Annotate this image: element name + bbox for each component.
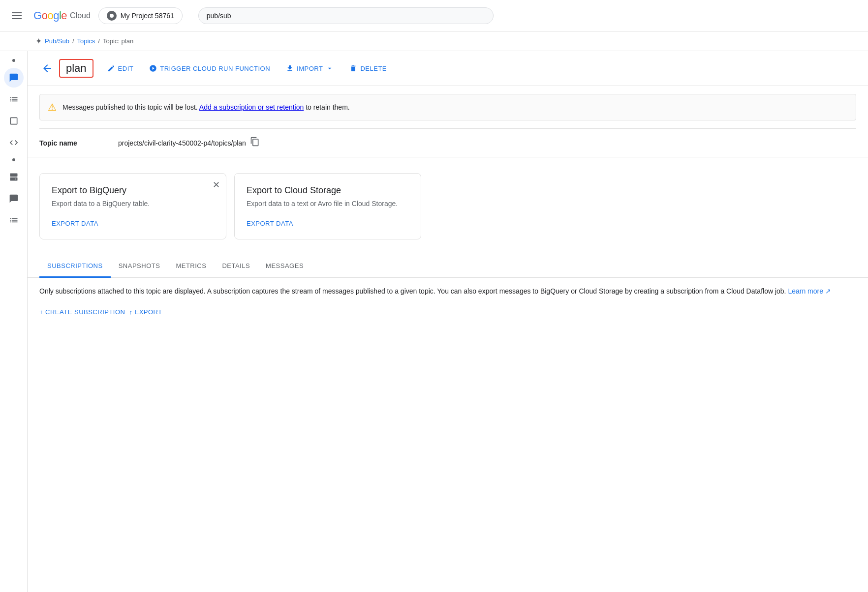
action-bar: plan EDIT TRIGGER CLOUD RUN FUNCTION IMP…	[28, 51, 868, 86]
top-header: Google Cloud My Project 58761	[0, 0, 868, 31]
breadcrumb-topics[interactable]: Topics	[77, 37, 95, 45]
export-card-cloud-storage-title: Export to Cloud Storage	[247, 185, 409, 196]
export-card-bigquery: ✕ Export to BigQuery Export data to a Bi…	[39, 173, 226, 239]
sidebar	[0, 51, 28, 592]
sidebar-item-code[interactable]	[4, 133, 24, 152]
create-subscription-button[interactable]: + CREATE SUBSCRIPTION	[39, 304, 125, 320]
back-button[interactable]	[39, 60, 55, 76]
export-card-cloud-storage: Export to Cloud Storage Export data to a…	[234, 173, 421, 239]
sidebar-dot-2	[12, 158, 15, 161]
main-content: plan EDIT TRIGGER CLOUD RUN FUNCTION IMP…	[28, 51, 868, 592]
topic-info-label: Topic name	[39, 139, 118, 147]
export-cards: ✕ Export to BigQuery Export data to a Bi…	[28, 165, 868, 247]
export-card-close-button[interactable]: ✕	[213, 179, 220, 190]
sidebar-item-list[interactable]	[4, 89, 24, 109]
project-name: My Project 58761	[121, 12, 174, 20]
subscriptions-content: Only subscriptions attached to this topi…	[28, 278, 868, 327]
tab-messages[interactable]: MESSAGES	[258, 255, 311, 278]
topic-info: Topic name projects/civil-clarity-450002…	[28, 129, 868, 157]
sidebar-item-chat[interactable]	[4, 189, 24, 208]
topic-info-value: projects/civil-clarity-450002-p4/topics/…	[118, 137, 856, 149]
cloud-wordmark: Cloud	[70, 11, 91, 20]
tab-snapshots[interactable]: SNAPSHOTS	[111, 255, 168, 278]
project-dot-icon	[107, 11, 117, 21]
main-layout: plan EDIT TRIGGER CLOUD RUN FUNCTION IMP…	[0, 51, 868, 592]
hamburger-menu[interactable]	[8, 8, 26, 23]
copy-icon[interactable]	[250, 137, 260, 149]
delete-button[interactable]: DELETE	[343, 60, 393, 76]
export-data-cloud-storage-link[interactable]: EXPORT DATA	[247, 220, 293, 227]
breadcrumb: ✦ Pub/Sub / Topics / Topic: plan	[0, 31, 868, 51]
sidebar-item-storage[interactable]	[4, 111, 24, 131]
trigger-cloud-run-button[interactable]: TRIGGER CLOUD RUN FUNCTION	[143, 60, 276, 76]
edit-button[interactable]: EDIT	[101, 60, 140, 76]
export-data-bigquery-link[interactable]: EXPORT DATA	[52, 220, 98, 227]
tab-subscriptions[interactable]: SUBSCRIPTIONS	[39, 255, 111, 278]
sidebar-item-messages[interactable]	[4, 68, 24, 88]
sidebar-item-database[interactable]	[4, 167, 24, 187]
export-card-bigquery-desc: Export data to a BigQuery table.	[52, 200, 214, 207]
learn-more-link[interactable]: Learn more ↗	[788, 287, 831, 295]
sidebar-dot-1	[12, 59, 15, 62]
google-cloud-logo[interactable]: Google Cloud	[33, 9, 91, 22]
google-wordmark: Google	[33, 9, 67, 22]
topic-name-value: projects/civil-clarity-450002-p4/topics/…	[118, 139, 246, 147]
warning-link[interactable]: Add a subscription or set retention	[199, 103, 304, 111]
warning-text: Messages published to this topic will be…	[62, 103, 350, 111]
topic-title: plan	[59, 59, 93, 78]
tab-metrics[interactable]: METRICS	[168, 255, 214, 278]
subscriptions-description: Only subscriptions attached to this topi…	[39, 286, 856, 296]
breadcrumb-current: Topic: plan	[103, 37, 133, 45]
warning-icon: ⚠	[48, 101, 57, 113]
breadcrumb-sep-2: /	[98, 37, 100, 45]
export-card-cloud-storage-desc: Export data to a text or Avro file in Cl…	[247, 200, 409, 207]
breadcrumb-sep-1: /	[72, 37, 74, 45]
breadcrumb-pubsub[interactable]: Pub/Sub	[45, 37, 69, 45]
warning-banner: ⚠ Messages published to this topic will …	[39, 94, 856, 120]
tab-details[interactable]: DETAILS	[214, 255, 258, 278]
export-card-bigquery-title: Export to BigQuery	[52, 185, 214, 196]
sidebar-item-items[interactable]	[4, 210, 24, 230]
tabs-bar: SUBSCRIPTIONS SNAPSHOTS METRICS DETAILS …	[28, 255, 868, 278]
import-button[interactable]: IMPORT	[280, 60, 340, 76]
project-selector[interactable]: My Project 58761	[98, 7, 183, 24]
subscription-actions: + CREATE SUBSCRIPTION ↑ EXPORT	[39, 302, 856, 320]
export-subscriptions-button[interactable]: ↑ EXPORT	[129, 304, 162, 320]
search-input[interactable]	[198, 7, 494, 24]
pubsub-breadcrumb-icon: ✦	[35, 36, 42, 46]
